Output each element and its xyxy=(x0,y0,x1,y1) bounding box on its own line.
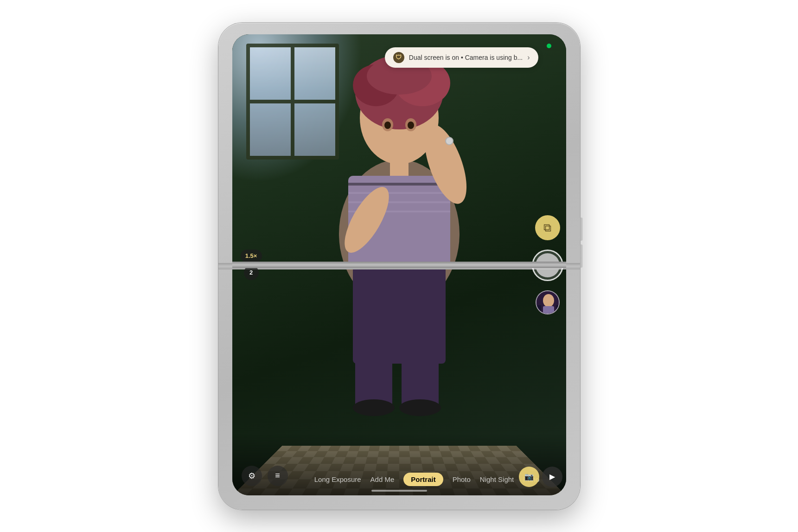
side-buttons xyxy=(580,218,583,268)
camera-icon: 📷 xyxy=(524,472,534,481)
dual-screen-button[interactable]: ⧉ xyxy=(535,215,560,240)
svg-point-22 xyxy=(408,122,414,129)
scroll-indicator xyxy=(371,490,427,492)
svg-rect-8 xyxy=(348,183,450,186)
settings-button[interactable]: ⚙ xyxy=(242,466,262,486)
svg-point-17 xyxy=(353,399,395,416)
device-hinge xyxy=(218,263,580,269)
svg-rect-27 xyxy=(536,305,541,314)
shutter-button[interactable] xyxy=(532,250,563,281)
svg-rect-9 xyxy=(348,192,450,194)
zoom-option-2[interactable]: 2 xyxy=(244,265,259,280)
mode-add-me[interactable]: Add Me xyxy=(370,475,395,483)
mode-photo[interactable]: Photo xyxy=(453,475,471,483)
svg-rect-16 xyxy=(402,327,439,410)
volume-down-button[interactable] xyxy=(580,244,583,268)
thumbnail-preview xyxy=(536,291,560,314)
camera-video-toggle: 📷 ▶ xyxy=(519,467,562,487)
video-icon: ▶ xyxy=(549,472,555,481)
notification-pill[interactable]: 🛡 Dual screen is on • Camera is using b.… xyxy=(385,47,538,68)
mode-long-exposure[interactable]: Long Exposure xyxy=(314,475,361,483)
dual-screen-icon: ⧉ xyxy=(543,221,551,234)
svg-rect-15 xyxy=(355,327,392,410)
zoom-controls: 1.5× 2 xyxy=(241,250,262,280)
svg-point-21 xyxy=(384,122,391,129)
mode-night-sight[interactable]: Night Sight xyxy=(480,475,514,483)
svg-rect-26 xyxy=(543,306,554,314)
right-side-controls: ⧉ xyxy=(529,34,566,495)
phone-device: 🛡 Dual screen is on • Camera is using b.… xyxy=(218,23,580,510)
svg-point-18 xyxy=(399,399,441,416)
svg-point-25 xyxy=(543,294,554,307)
filters-button[interactable]: ≡ xyxy=(268,466,288,486)
settings-icon: ⚙ xyxy=(248,471,255,481)
svg-rect-28 xyxy=(556,305,560,314)
bottom-left-controls: ⚙ ≡ xyxy=(232,466,288,486)
camera-bottom-ui: ⚙ ≡ Long Exposure Add Me Portrait Photo … xyxy=(232,435,566,495)
camera-toggle-button[interactable]: 📷 xyxy=(519,467,539,487)
volume-up-button[interactable] xyxy=(580,218,583,241)
filters-icon: ≡ xyxy=(275,471,280,481)
notification-text: Dual screen is on • Camera is using b... xyxy=(409,54,523,61)
photo-thumbnail-button[interactable] xyxy=(536,290,560,314)
person-subject xyxy=(279,34,520,429)
video-toggle-button[interactable]: ▶ xyxy=(542,467,562,487)
zoom-level-badge[interactable]: 1.5× xyxy=(241,250,262,263)
shutter-inner xyxy=(536,253,560,277)
svg-point-23 xyxy=(446,137,453,145)
mode-portrait[interactable]: Portrait xyxy=(403,473,443,486)
notification-app-icon: 🛡 xyxy=(393,52,404,63)
